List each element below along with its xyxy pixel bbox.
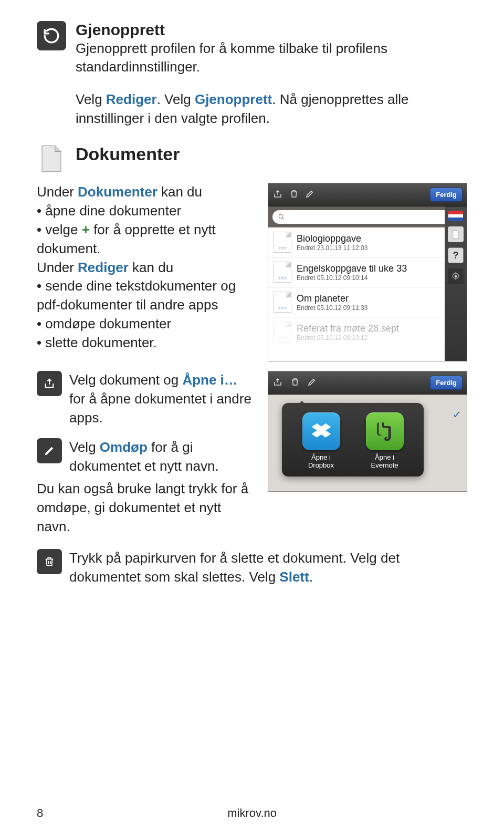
help-icon[interactable]: ?: [448, 247, 464, 263]
docs-heading: Dokumenter: [37, 144, 467, 173]
keyword-rediger: Rediger: [78, 260, 129, 275]
svg-point-0: [279, 214, 282, 218]
gear-icon[interactable]: [448, 268, 464, 284]
svg-point-1: [455, 275, 457, 278]
openin-row: Velg dokument og Åpne i… for å åpne doku…: [37, 371, 467, 536]
footer-site: mikrov.no: [227, 806, 277, 820]
keyword-dokumenter: Dokumenter: [78, 184, 158, 200]
action-open: Velg dokument og Åpne i… for å åpne doku…: [37, 371, 255, 428]
table-row[interactable]: TXT Referat fra møte 28.septEndret 05.10…: [268, 317, 445, 347]
ferdig-button[interactable]: Ferdig: [430, 188, 463, 202]
keyword-slett: Slett: [279, 569, 309, 585]
share-icon[interactable]: [272, 377, 283, 389]
trash-icon[interactable]: [289, 189, 299, 201]
action-rename-extra: Du kan også bruke langt trykk for å omdø…: [37, 480, 255, 536]
table-row[interactable]: TXT Engelskoppgave til uke 33Endret 05.1…: [268, 257, 445, 287]
panel-toolbar: Ferdig: [268, 183, 467, 206]
openin-panel-screenshot: Ferdig ✓ Åpne i Dropbox Åpne i Evernote: [268, 371, 467, 492]
plus-symbol: +: [82, 222, 90, 237]
list-item: slette dokumenter.: [37, 334, 255, 353]
docs-panel-screenshot: Ferdig TXT BiologioppgaveEndret 23.01.13…: [268, 183, 467, 361]
action-rename: Velg Omdøp for å gi dokumentet et nytt n…: [37, 438, 255, 476]
panel-toolbar: Ferdig: [268, 371, 467, 395]
search-icon: [278, 213, 285, 221]
pencil-icon[interactable]: [307, 377, 317, 389]
ferdig-button[interactable]: Ferdig: [430, 376, 463, 390]
list-item: åpne dine dokumenter: [37, 202, 255, 221]
restore-icon: [37, 21, 66, 50]
txt-file-icon: TXT: [274, 232, 291, 253]
txt-file-icon: TXT: [274, 262, 291, 283]
restore-title: Gjenopprett: [76, 21, 467, 39]
page-icon[interactable]: [448, 226, 464, 242]
list-item: velge + for å opprette et nytt dokument.: [37, 221, 255, 258]
trash-icon: [37, 549, 62, 574]
docs-title: Dokumenter: [76, 144, 180, 173]
app-tile-dropbox[interactable]: Åpne i Dropbox: [302, 412, 340, 469]
action-delete: Trykk på papirkurven for å slette et dok…: [37, 549, 467, 587]
restore-body-b: Velg Rediger. Velg Gjenopprett. Nå gjeno…: [76, 90, 467, 128]
search-input[interactable]: [272, 210, 463, 224]
panel-sidebar: ?: [445, 206, 467, 361]
table-row[interactable]: TXT Om planeterEndret 05.10.12 09:11:33: [268, 287, 445, 317]
flag-icon[interactable]: [448, 211, 463, 221]
docs-bullets: Under Dokumenter kan du åpne dine dokume…: [37, 183, 255, 361]
share-icon: [37, 371, 62, 396]
txt-file-icon: TXT: [274, 322, 291, 343]
page-footer: 8 mikrov.no: [37, 806, 467, 820]
restore-body-a: Gjenopprett profilen for å komme tilbake…: [76, 39, 467, 77]
share-icon[interactable]: [272, 189, 283, 201]
restore-section: Gjenopprett Gjenopprett profilen for å k…: [37, 21, 467, 77]
list-item: omdøpe dokumenter: [37, 315, 255, 334]
txt-file-icon: TXT: [274, 292, 291, 313]
table-row[interactable]: TXT BiologioppgaveEndret 23.01.13 11:12:…: [268, 227, 445, 257]
page-number: 8: [37, 806, 43, 820]
search-bar: [268, 206, 467, 227]
trash-icon[interactable]: [290, 377, 300, 389]
list-item: sende dine tekstdokumenter og pdf-dokume…: [37, 277, 255, 315]
docs-row: Under Dokumenter kan du åpne dine dokume…: [37, 183, 467, 361]
pencil-icon: [37, 438, 62, 463]
document-icon: [37, 144, 66, 173]
pencil-icon[interactable]: [305, 189, 314, 201]
openin-popover: Åpne i Dropbox Åpne i Evernote: [282, 403, 424, 477]
keyword-gjenopprett: Gjenopprett: [195, 91, 272, 107]
app-tile-evernote[interactable]: Åpne i Evernote: [366, 412, 404, 469]
evernote-icon: [366, 412, 404, 450]
keyword-omdop: Omdøp: [100, 439, 148, 455]
keyword-rediger: Rediger: [106, 91, 157, 107]
keyword-apne-i: Åpne i…: [182, 372, 237, 388]
dropbox-icon: [302, 412, 340, 450]
checkmark-icon: ✓: [453, 408, 461, 421]
